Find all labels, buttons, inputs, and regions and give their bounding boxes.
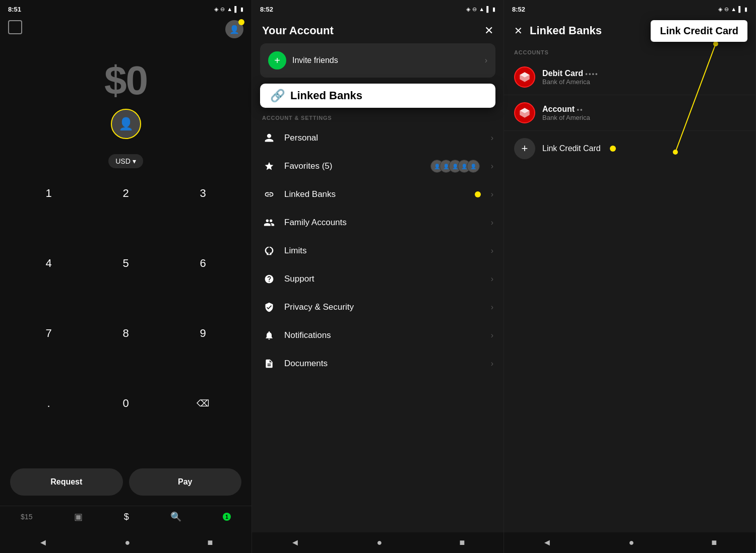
vibrate-icon-3: ◈ (718, 6, 722, 13)
close-linked-banks-button[interactable]: ✕ (514, 25, 523, 37)
family-accounts-label: Family Accounts (284, 218, 483, 228)
recents-button-2[interactable]: ■ (460, 537, 465, 548)
nav-cards[interactable]: ▣ (74, 511, 83, 522)
chevron-down-icon: ▾ (133, 157, 136, 165)
home-button-3[interactable]: ● (629, 537, 635, 548)
recents-button-1[interactable]: ■ (208, 537, 213, 548)
link-cc-plus-icon: + (514, 138, 535, 159)
battery-icon: ▮ (240, 6, 243, 13)
status-bar-3: 8:52 ◈ ⊖ ▲ ▌ ▮ (504, 0, 755, 16)
link-cc-dot (610, 146, 616, 152)
account-title: Your Account (262, 24, 334, 37)
boa-account-logo (514, 102, 535, 123)
status-icons-1: ◈ ⊖ ▲ ▌ ▮ (214, 6, 243, 13)
account-item[interactable]: Account •• Bank of America (504, 95, 755, 131)
battery-icon-2: ▮ (492, 6, 495, 13)
menu-privacy[interactable]: Privacy & Security › (252, 293, 503, 321)
key-2[interactable]: 2 (87, 178, 164, 209)
limits-label: Limits (284, 246, 483, 256)
bottom-nav-1: $15 ▣ $ 🔍 1 (0, 506, 251, 532)
debit-card-type: Debit Card •••• (542, 69, 745, 78)
time-2: 8:52 (260, 6, 273, 13)
time-3: 8:52 (512, 6, 525, 13)
account-bank: Bank of America (542, 114, 745, 121)
notifications-chevron-icon: › (491, 331, 493, 340)
key-1[interactable]: 1 (10, 178, 87, 209)
key-4[interactable]: 4 (10, 248, 87, 279)
account-type: Account •• (542, 105, 745, 114)
invite-plus-icon: + (268, 51, 286, 70)
back-button-3[interactable]: ◄ (543, 537, 552, 548)
menu-notifications[interactable]: Notifications › (252, 321, 503, 350)
linked-banks-icon (262, 187, 276, 201)
key-5[interactable]: 5 (87, 248, 164, 279)
favorites-icon (262, 159, 276, 173)
support-chevron-icon: › (491, 274, 493, 284)
key-backspace[interactable]: ⌫ (164, 388, 241, 419)
nav-activity[interactable]: $15 (21, 513, 32, 521)
menu-personal[interactable]: Personal › (252, 124, 503, 152)
action-buttons: Request Pay (0, 463, 251, 506)
invite-chevron-icon: › (485, 56, 487, 65)
panel-account: 8:52 ◈ ⊖ ▲ ▌ ▮ Your Account ✕ + Invite f… (252, 0, 504, 553)
request-button[interactable]: Request (10, 468, 123, 496)
invite-friends-card[interactable]: + Invite friends › (260, 43, 495, 78)
nav-search[interactable]: 🔍 (170, 511, 181, 522)
menu-linked-banks[interactable]: Linked Banks › (252, 180, 503, 209)
home-button-1[interactable]: ● (125, 537, 131, 548)
linked-banks-title: Linked Banks (530, 24, 602, 37)
recents-button-3[interactable]: ■ (712, 537, 717, 548)
wifi-icon-2: ▲ (479, 6, 484, 12)
linked-banks-label: Linked Banks (284, 189, 465, 199)
signal-icon-3: ▌ (738, 6, 742, 12)
menu-favorites[interactable]: Favorites (5) 👤 👤 👤 👤 👤 › (252, 152, 503, 180)
linked-banks-popup-text: Linked Banks (290, 89, 362, 102)
notifications-label: Notifications (284, 330, 483, 340)
key-6[interactable]: 6 (164, 248, 241, 279)
key-dot[interactable]: . (10, 388, 87, 419)
battery-icon-3: ▮ (744, 6, 747, 13)
key-7[interactable]: 7 (10, 318, 87, 349)
menu-support[interactable]: Support › (252, 265, 503, 293)
personal-icon (262, 131, 276, 145)
pay-button[interactable]: Pay (129, 468, 242, 496)
menu-family-accounts[interactable]: Family Accounts › (252, 209, 503, 237)
debit-card-item[interactable]: Debit Card •••• Bank of America (504, 59, 755, 95)
link-credit-card-item[interactable]: + Link Credit Card (504, 131, 755, 166)
back-button-1[interactable]: ◄ (39, 537, 48, 548)
key-0[interactable]: 0 (87, 388, 164, 419)
favorites-avatars: 👤 👤 👤 👤 👤 (430, 160, 480, 173)
limits-icon (262, 244, 276, 258)
account-mask: •• (577, 106, 583, 113)
key-8[interactable]: 8 (87, 318, 164, 349)
menu-documents[interactable]: Documents › (252, 350, 503, 378)
wifi-icon-3: ▲ (731, 6, 736, 12)
family-icon (262, 216, 276, 230)
nav-home[interactable]: $ (124, 512, 129, 522)
avatar-notification-dot (238, 19, 244, 25)
key-3[interactable]: 3 (164, 178, 241, 209)
documents-label: Documents (284, 359, 483, 369)
usd-selector[interactable]: USD ▾ (108, 154, 143, 168)
close-button[interactable]: ✕ (484, 24, 493, 37)
profile-avatar[interactable]: 👤 (111, 109, 141, 139)
avatar-container[interactable]: 👤 (225, 20, 243, 38)
vibrate-icon-2: ◈ (466, 6, 470, 13)
home-button-2[interactable]: ● (377, 537, 383, 548)
key-9[interactable]: 9 (164, 318, 241, 349)
linked-banks-chevron-icon: › (491, 190, 493, 199)
family-chevron-icon: › (491, 218, 493, 227)
account-info: Account •• Bank of America (542, 105, 745, 121)
scan-icon[interactable] (8, 20, 22, 34)
privacy-chevron-icon: › (491, 303, 493, 312)
nav-notifications[interactable]: 1 (223, 513, 231, 521)
debit-card-mask: •••• (585, 70, 598, 78)
menu-limits[interactable]: Limits › (252, 237, 503, 265)
linked-banks-dot (475, 191, 481, 197)
support-icon (262, 272, 276, 286)
numpad: 1 2 3 4 5 6 7 8 9 . 0 ⌫ (0, 173, 251, 463)
block-icon-2: ⊖ (472, 6, 477, 13)
status-bar-2: 8:52 ◈ ⊖ ▲ ▌ ▮ (252, 0, 503, 16)
back-button-2[interactable]: ◄ (291, 537, 300, 548)
support-label: Support (284, 274, 483, 284)
